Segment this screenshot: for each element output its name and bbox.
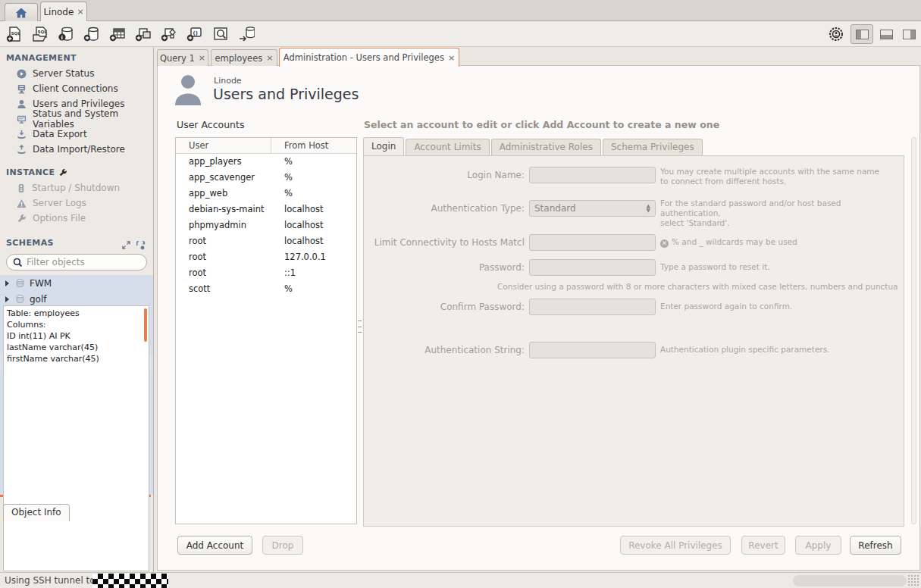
- revert-button[interactable]: Revert: [741, 536, 785, 555]
- play-circle-icon: [17, 69, 27, 79]
- expand-icon[interactable]: [122, 241, 130, 249]
- auth-type-label: Authentication Type:: [364, 200, 525, 217]
- toggle-bottom-panel-button[interactable]: [875, 24, 898, 44]
- tab-employees[interactable]: employees×: [211, 49, 277, 66]
- object-info-panel: Table: employees Columns: ID int(11) AI …: [3, 305, 149, 571]
- auth-string-input[interactable]: [529, 342, 656, 358]
- refresh-button[interactable]: Refresh: [850, 536, 901, 555]
- table-row[interactable]: app_web%: [176, 186, 356, 202]
- toggle-left-sidebar-button[interactable]: [851, 24, 873, 44]
- tree-item-schema[interactable]: FWM: [0, 275, 153, 291]
- table-row[interactable]: phpmyadminlocalhost: [176, 217, 356, 233]
- tab-administrative-roles[interactable]: Administrative Roles: [491, 139, 601, 155]
- close-icon[interactable]: ×: [77, 7, 83, 17]
- user-silhouette-icon: [174, 74, 202, 105]
- auth-string-label: Authentication String:: [364, 342, 525, 358]
- confirm-password-input[interactable]: [529, 299, 656, 315]
- form-scrollbar[interactable]: [911, 137, 916, 524]
- svg-text:SQL: SQL: [11, 31, 21, 36]
- sidebar-item-startup-shutdown[interactable]: Startup / Shutdown: [0, 180, 153, 195]
- create-function-icon[interactable]: (): [185, 25, 205, 43]
- close-icon[interactable]: ×: [448, 53, 455, 63]
- column-user[interactable]: User: [176, 138, 271, 153]
- panel-left-icon: [856, 30, 869, 39]
- schema-filter-input[interactable]: [27, 257, 133, 267]
- tree-item-schema[interactable]: golf: [0, 291, 153, 307]
- create-database-icon[interactable]: [82, 25, 102, 43]
- revoke-all-privileges-button[interactable]: Revoke All Privileges: [620, 536, 731, 555]
- create-table-icon[interactable]: [108, 25, 127, 43]
- table-row[interactable]: app_players%: [176, 154, 356, 170]
- editor-area: Query 1× employees× Administration - Use…: [155, 47, 921, 572]
- tab-administration-users-privileges[interactable]: Administration - Users and Privileges×: [279, 48, 459, 67]
- table-row[interactable]: root127.0.0.1: [176, 249, 356, 265]
- schemas-section-title: SCHEMAS: [0, 226, 153, 251]
- navigator-sidebar: MANAGEMENT Server Status Client Connecti…: [0, 47, 154, 572]
- apply-button[interactable]: Apply: [795, 536, 841, 555]
- add-account-button[interactable]: Add Account: [177, 536, 252, 555]
- monitor-icon: [17, 114, 27, 124]
- panel-bottom-icon: [880, 30, 893, 39]
- refresh-schemas-icon[interactable]: [136, 241, 146, 250]
- password-input[interactable]: [529, 259, 656, 276]
- table-inspector-icon[interactable]: [211, 25, 230, 43]
- sidebar-item-server-logs[interactable]: Server Logs: [0, 195, 153, 211]
- chevron-right-icon[interactable]: [5, 296, 9, 302]
- create-procedure-icon[interactable]: [159, 25, 179, 43]
- sidebar-item-options-file[interactable]: Options File: [0, 211, 153, 226]
- admin-status-icon[interactable]: [826, 25, 846, 43]
- connection-tab[interactable]: Linode ×: [40, 2, 87, 21]
- table-row[interactable]: rootlocalhost: [176, 233, 356, 249]
- page-title: Users and Privileges: [213, 86, 359, 102]
- limit-hosts-input[interactable]: [529, 234, 656, 251]
- drop-button[interactable]: Drop: [262, 536, 303, 555]
- mysql-workbench-window: Linode × SQL SQL i (): [0, 0, 921, 588]
- options-wrench-icon: [17, 214, 27, 224]
- column-from-host[interactable]: From Host: [271, 138, 328, 153]
- auth-string-help: Authentication plugin specific parameter…: [660, 345, 829, 355]
- resize-grip[interactable]: [907, 574, 919, 586]
- login-name-input[interactable]: [529, 167, 656, 183]
- table-row[interactable]: app_scavenger%: [176, 170, 356, 186]
- sidebar-item-client-connections[interactable]: Client Connections: [0, 81, 153, 96]
- select-account-hint: Select an account to edit or click Add A…: [364, 119, 719, 130]
- schema-icon: [15, 294, 25, 304]
- close-icon[interactable]: ×: [199, 53, 205, 63]
- table-row[interactable]: debian-sys-maintlocalhost: [176, 202, 356, 217]
- tab-object-info[interactable]: Object Info: [3, 504, 70, 521]
- table-header: User From Host: [176, 138, 356, 154]
- home-tab[interactable]: [5, 3, 38, 21]
- table-row[interactable]: root::1: [176, 265, 356, 281]
- object-info-scrollbar[interactable]: [144, 308, 147, 342]
- sidebar-item-server-status[interactable]: Server Status: [0, 66, 153, 81]
- tab-login[interactable]: Login: [363, 137, 404, 155]
- create-schema-icon[interactable]: i: [56, 25, 76, 43]
- sidebar-item-data-import[interactable]: Data Import/Restore: [0, 142, 153, 157]
- create-view-icon[interactable]: [133, 25, 153, 43]
- schema-filter: [6, 254, 147, 271]
- table-form-splitter[interactable]: [358, 321, 362, 333]
- connect-database-icon[interactable]: [237, 25, 256, 43]
- confirm-password-help: Enter password again to confirm.: [660, 302, 792, 311]
- auth-type-select[interactable]: Standard ▲▼: [529, 200, 656, 217]
- wrench-icon: [58, 168, 67, 177]
- svg-text:SQL: SQL: [38, 30, 48, 34]
- table-row[interactable]: scott%: [176, 281, 356, 297]
- close-icon[interactable]: ×: [266, 53, 273, 63]
- wildcard-icon: ✕: [660, 239, 669, 248]
- svg-text:(): (): [193, 30, 198, 36]
- toggle-right-sidebar-button[interactable]: [898, 24, 920, 44]
- admin-panel: Linode Users and Privileges User Account…: [157, 65, 920, 571]
- tab-query-1[interactable]: Query 1×: [157, 49, 208, 66]
- new-sql-tab-icon[interactable]: SQL: [5, 25, 24, 43]
- connection-tab-label: Linode: [43, 7, 74, 17]
- account-detail-tabs: Login Account Limits Administrative Role…: [363, 137, 703, 155]
- chevron-right-icon[interactable]: [5, 280, 9, 286]
- sidebar-item-status-system-variables[interactable]: Status and System Variables: [0, 111, 153, 127]
- redacted-host-block: [92, 574, 168, 588]
- open-sql-script-icon[interactable]: SQL: [30, 25, 50, 43]
- management-section-title: MANAGEMENT: [0, 47, 153, 66]
- login-form-panel: Login Name: You may create multiple acco…: [363, 155, 904, 527]
- tab-account-limits[interactable]: Account Limits: [406, 139, 489, 155]
- tab-schema-privileges[interactable]: Schema Privileges: [603, 139, 703, 155]
